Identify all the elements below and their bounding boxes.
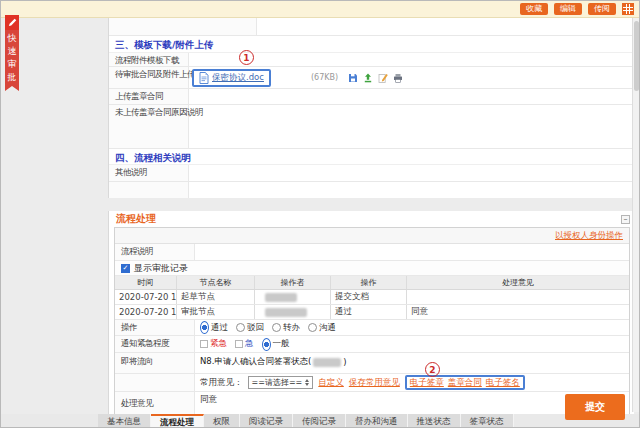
urgency-option-normal[interactable]: 一般 — [262, 338, 290, 351]
custom-opinion-link[interactable]: 自定义 — [318, 377, 344, 389]
show-records-label: 显示审批记录 — [134, 262, 188, 275]
urgency-option-label: 紧急 — [210, 338, 227, 350]
form-upper-panel: 三、模板下载/附件上传 流程附件模板下载 待审批合同及附件上传 保密协议.doc… — [108, 18, 634, 198]
apps-grid-icon[interactable] — [622, 3, 634, 15]
opinion-textarea[interactable]: 同意 — [195, 392, 629, 415]
process-desc-label: 流程说明 — [115, 244, 195, 260]
audit-action: 提交文档 — [331, 290, 407, 304]
process-panel: 流程处理 以授权人身份操作 流程说明 显示审批记录 时间 节点名称 操作者 操作… — [108, 211, 634, 414]
urgency-option-rush[interactable]: 急 — [235, 338, 254, 350]
auth-strip: 以授权人身份操作 — [115, 228, 629, 244]
act-as-authorizer-link[interactable]: 以授权人身份操作 — [555, 230, 623, 242]
attachment-value: 保密协议.doc (67KB) — [189, 67, 634, 88]
radio-option-transfer[interactable]: 转办 — [272, 322, 300, 334]
tab-push-status[interactable]: 推送状态 — [408, 414, 461, 428]
oa-workflow-window: 收藏 编辑 传阅 快 速 审 批 三、模板下载/附件上传 流程附件模板下载 待审… — [0, 0, 640, 428]
audit-opinion — [407, 290, 629, 304]
audit-action: 通过 — [331, 305, 407, 319]
favorite-button[interactable]: 收藏 — [520, 3, 548, 15]
empty-label — [109, 182, 189, 198]
col-header-action: 操作 — [331, 276, 407, 289]
urgency-option-urgent[interactable]: 紧急 — [200, 338, 227, 350]
annotation-circle-2: 2 — [425, 362, 440, 377]
redacted-operator — [265, 308, 307, 317]
e-seal-link[interactable]: 电子签章 — [410, 377, 444, 389]
tab-read-records[interactable]: 阅读记录 — [240, 414, 293, 428]
audit-table-row: 2020-07-20 13:08 审批节点 通过 同意 — [115, 305, 629, 320]
other-notes-value[interactable] — [189, 165, 634, 181]
attachment-highlight-box: 保密协议.doc — [192, 69, 271, 87]
form-row-partial — [109, 18, 634, 36]
radio-label: 驳回 — [247, 322, 264, 334]
radio-selected-icon — [200, 321, 209, 334]
urgency-label: 通知紧急程度 — [115, 336, 195, 352]
save-icon[interactable] — [348, 73, 358, 83]
sealed-contract-link[interactable]: 盖章合同 — [448, 377, 482, 389]
edit-file-icon[interactable] — [378, 73, 388, 83]
edit-button[interactable]: 编辑 — [554, 3, 582, 15]
common-opinion-value: 常用意见： ==请选择== 自定义 保存常用意见 电子签章 盖章合同 电子签名 — [195, 374, 629, 391]
upload-icon[interactable] — [363, 73, 373, 83]
tab-basic-info[interactable]: 基本信息 — [98, 414, 151, 428]
process-header: 流程处理 — [109, 211, 634, 227]
tab-signature-status[interactable]: 签章状态 — [461, 414, 514, 428]
radio-option-communicate[interactable]: 沟通 — [308, 322, 336, 334]
process-desc-value[interactable] — [195, 244, 629, 260]
template-download-label: 流程附件模板下载 — [109, 53, 189, 66]
bottom-tabbar: 基本信息 流程处理 权限 阅读记录 传阅记录 督办和沟通 推送状态 签章状态 — [1, 414, 639, 428]
section-title-process-notes: 四、流程相关说明 — [109, 149, 634, 165]
form-row-attachment: 待审批合同及附件上传 保密协议.doc (67KB) — [109, 67, 634, 89]
radio-icon — [272, 323, 281, 332]
submit-button[interactable]: 提交 — [565, 394, 625, 420]
opinion-row: 处理意见 同意 — [115, 392, 629, 415]
audit-opinion: 同意 — [407, 305, 629, 319]
radio-option-reject[interactable]: 驳回 — [236, 322, 264, 334]
attachment-upload-label: 待审批合同及附件上传 — [109, 67, 189, 88]
signature-highlight-box: 电子签章 盖章合同 电子签名 — [405, 375, 525, 390]
scrollbar-thumb[interactable] — [634, 21, 639, 91]
attachment-actions — [348, 73, 403, 83]
action-options: 通过 驳回 转办 沟通 — [195, 320, 629, 335]
save-opinion-link[interactable]: 保存常用意见 — [349, 377, 400, 389]
attachment-link[interactable]: 保密协议.doc — [212, 72, 264, 84]
select-value: ==请选择== — [252, 377, 303, 388]
file-size: (67KB) — [311, 73, 338, 82]
tab-process[interactable]: 流程处理 — [151, 414, 204, 428]
urgency-option-label: 一般 — [273, 338, 290, 350]
checkbox-icon — [200, 340, 208, 348]
audit-operator — [255, 305, 331, 319]
reason-value[interactable] — [189, 105, 634, 148]
common-opinion-select[interactable]: ==请选择== — [248, 376, 314, 389]
next-node-prefix: N8.申请人确认合同签署状态( — [200, 356, 311, 368]
doc-file-icon — [199, 72, 209, 84]
other-notes-label: 其他说明 — [109, 165, 189, 181]
redacted-status — [313, 358, 341, 367]
redacted-operator — [265, 293, 297, 302]
process-section-title: 流程处理 — [116, 212, 156, 226]
form-row-reason: 未上传盖章合同原因说明 — [109, 105, 634, 149]
quick-approval-ribbon[interactable]: 快 速 审 批 — [5, 15, 19, 91]
tab-permissions[interactable]: 权限 — [204, 414, 240, 428]
scrollbar[interactable] — [632, 18, 639, 412]
radio-option-pass[interactable]: 通过 — [200, 321, 228, 334]
checkbox-checked-icon[interactable] — [121, 264, 130, 273]
form-label-empty — [109, 18, 257, 35]
flow-row: 即将流向 N8.申请人确认合同签署状态( ) — [115, 353, 629, 374]
tab-circulation-records[interactable]: 传阅记录 — [293, 414, 346, 428]
collapse-icon[interactable] — [621, 215, 630, 224]
pencil-icon — [5, 15, 19, 30]
print-icon[interactable] — [393, 73, 403, 83]
tab-supervision-communication[interactable]: 督办和沟通 — [346, 414, 408, 428]
e-signature-link[interactable]: 电子签名 — [486, 377, 520, 389]
checkbox-icon — [235, 340, 243, 348]
audit-time: 2020-07-20 13:08 — [115, 290, 177, 304]
circulate-button[interactable]: 传阅 — [588, 3, 616, 15]
sealed-contract-label: 上传盖章合同 — [109, 89, 189, 104]
ribbon-char: 审 — [5, 58, 19, 71]
sealed-contract-value[interactable] — [189, 89, 634, 104]
col-header-node: 节点名称 — [177, 276, 255, 289]
next-node-suffix: ) — [343, 357, 346, 367]
process-table: 以授权人身份操作 流程说明 显示审批记录 时间 节点名称 操作者 操作 处理意见… — [114, 227, 630, 416]
form-row-other-notes: 其他说明 — [109, 165, 634, 182]
radio-selected-icon — [262, 338, 271, 351]
